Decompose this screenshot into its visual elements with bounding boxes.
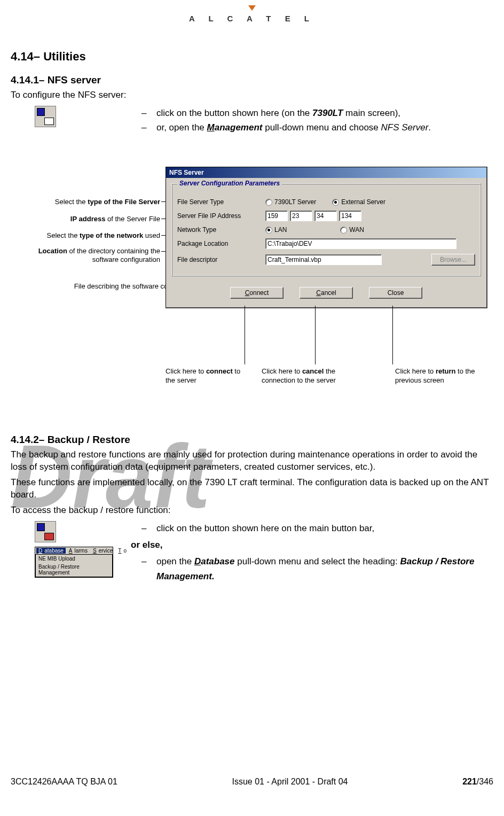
ip-octet-2[interactable] [290, 211, 312, 221]
radio-icon [265, 199, 272, 206]
backup-steps: – click on the button shown here on the … [141, 521, 493, 584]
floppy-icon [37, 523, 45, 531]
database-menu-screenshot: Database Alarms Service To NE MIB Upload… [35, 547, 113, 578]
callout-line [392, 306, 393, 364]
step2-pre: or, open the [156, 122, 207, 133]
step2-m: M [207, 122, 215, 133]
radio-icon [265, 227, 272, 234]
ip-octet-4[interactable] [339, 211, 361, 221]
backup-step2-db: atabase [201, 556, 234, 566]
close-button[interactable]: Close [369, 287, 422, 299]
backup-p1: The backup and restore functions are mai… [11, 449, 493, 473]
label-network-type: Network Type [177, 226, 265, 234]
radio-external-server[interactable]: External Server [332, 198, 385, 206]
radio-icon [332, 199, 339, 206]
backup-toolbar-icon [35, 521, 56, 542]
connect-button[interactable]: Connect [230, 287, 284, 299]
menu-item-backup-restore: Backup / Restore Management [36, 563, 112, 577]
step2-post: . [428, 122, 431, 133]
floppy-icon [37, 108, 45, 116]
groupbox-title: Server Configuration Parameters [177, 180, 282, 187]
label-ip-address: Server File IP Address [177, 212, 265, 220]
callout-line [245, 306, 245, 364]
radio-lan[interactable]: LAN [265, 226, 287, 234]
callout-connect: Click here to connect to the server [166, 367, 251, 385]
step2-mgmt: anagement [215, 122, 263, 133]
radio-icon [340, 227, 347, 234]
callout-ip-address: IP address of the Server File [11, 215, 160, 223]
backup-p2: These functions are implemented locally,… [11, 477, 493, 501]
callout-cancel: Click here to cancel the connection to t… [262, 367, 363, 385]
nfs-intro: To configure the NFS server: [11, 89, 493, 102]
browse-button[interactable]: Browse... [431, 254, 475, 266]
backup-p3: To access the backup / restore function: [11, 504, 493, 517]
dialog-title: NFS Server [166, 167, 486, 178]
callout-return: Click here to return to the previous scr… [395, 367, 486, 385]
backup-step2-pre: open the [156, 556, 194, 566]
label-file-descriptor: File descriptor [177, 256, 265, 263]
callout-line [315, 306, 316, 364]
footer-doc-id: 3CC12426AAAA TQ BJA 01 [11, 777, 117, 787]
brand-logo: A L C A T E L [11, 0, 493, 23]
logo-triangle-icon [248, 5, 256, 11]
radio-7390lt-server[interactable]: 7390LT Server [265, 198, 316, 206]
ip-octet-1[interactable] [265, 211, 288, 221]
step2-mid: pull-down menu and choose [262, 122, 381, 133]
radio-wan[interactable]: WAN [340, 226, 364, 234]
step1-bold: 7390LT [312, 108, 343, 118]
screen-icon [44, 118, 54, 125]
backup-step2-mid: pull-down menu and select the heading: [235, 556, 400, 566]
label-file-server-type: File Server Type [177, 198, 265, 206]
label-package-location: Package Location [177, 240, 265, 247]
subsection-backup-heading: 4.14.2– Backup / Restore [11, 434, 493, 446]
menu-item-ne-mib: NE MIB Upload [36, 555, 112, 563]
page-footer: 3CC12426AAAA TQ BJA 01 Issue 01 - April … [11, 777, 493, 787]
nfs-server-dialog: NFS Server Server Configuration Paramete… [166, 167, 487, 308]
footer-issue: Issue 01 - April 2001 - Draft 04 [232, 777, 348, 787]
input-package-location[interactable] [265, 238, 456, 249]
callout-file-server-type: Select the type of the File Server [11, 198, 160, 206]
step1-post: main screen), [343, 108, 400, 118]
footer-page: 221/346 [462, 777, 493, 787]
callout-network-type: Select the type of the network used [11, 231, 160, 240]
callout-location: Location of the directory containing the… [11, 247, 160, 263]
nfs-toolbar-icon [35, 106, 56, 127]
section-heading: 4.14– Utilities [11, 50, 493, 64]
ip-octet-3[interactable] [314, 211, 337, 221]
nfs-steps: – click on the button shown here (on the… [141, 106, 431, 135]
backup-step2-d: D [194, 556, 201, 566]
step1-pre: click on the button shown here (on the [156, 108, 312, 118]
or-else: or else, [131, 538, 493, 552]
step2-nfs: NFS Server [381, 122, 429, 133]
cancel-button[interactable]: Cancel [300, 287, 353, 299]
brand-name: A L C A T E L [11, 14, 493, 23]
db-icon [44, 533, 54, 540]
input-file-descriptor[interactable] [265, 254, 382, 265]
subsection-nfs-heading: 4.14.1– NFS server [11, 74, 493, 86]
backup-step1: click on the button shown here on the ma… [156, 521, 374, 535]
